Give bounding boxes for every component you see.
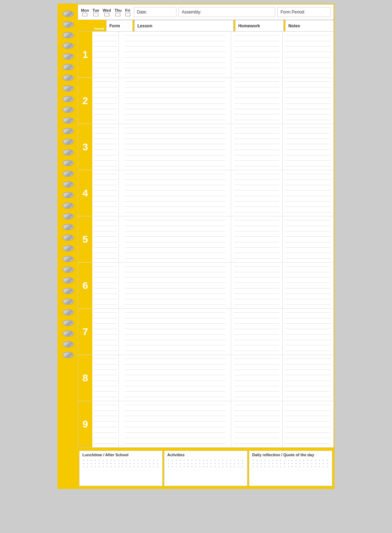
lesson-cell[interactable]: [119, 32, 231, 77]
notes-cell[interactable]: [283, 309, 333, 355]
spiral-coil: [62, 235, 74, 241]
day-tue[interactable]: Tue: [93, 8, 99, 16]
spiral-coil: [62, 213, 74, 220]
homework-cell[interactable]: [231, 170, 282, 216]
spiral-coil: [62, 192, 74, 198]
spiral-coil: [62, 330, 74, 337]
header-top: Mon Tue Wed Thu Fri Date: As: [78, 4, 334, 20]
form-cell[interactable]: [92, 78, 119, 124]
lesson-cell[interactable]: [119, 355, 231, 401]
notes-column-header: Notes: [285, 20, 334, 31]
spiral-coil: [62, 64, 74, 70]
period-content: [92, 170, 333, 216]
lesson-cell[interactable]: [119, 124, 231, 170]
period-number-col: 7: [78, 309, 92, 355]
lesson-cell[interactable]: [119, 401, 231, 447]
spiral-coil: [62, 181, 74, 188]
spiral-coil: [62, 288, 74, 294]
lesson-cell[interactable]: [119, 78, 231, 124]
period-content: [92, 263, 333, 308]
homework-cell[interactable]: [231, 124, 282, 170]
lesson-cell[interactable]: [119, 170, 231, 216]
period-number-col: 5: [78, 216, 92, 262]
homework-cell[interactable]: [231, 263, 282, 308]
period-number: 3: [82, 141, 88, 153]
form-cell[interactable]: [92, 32, 119, 77]
lesson-cell[interactable]: [119, 216, 231, 262]
period-number: 2: [82, 95, 88, 107]
spiral-coil: [62, 53, 74, 60]
period-content: [92, 78, 333, 124]
day-mon[interactable]: Mon: [81, 8, 89, 16]
spiral-coil: [62, 277, 74, 284]
spiral-binding: [58, 4, 78, 488]
notes-cell[interactable]: [283, 263, 333, 308]
form-period-field[interactable]: Form Period:: [277, 7, 331, 17]
reflection-box[interactable]: Daily reflection / Quote of the day: [249, 451, 332, 486]
notes-cell[interactable]: [283, 170, 333, 216]
planner-page: Mon Tue Wed Thu Fri Date: As: [58, 4, 334, 489]
spiral-coil: [62, 320, 74, 326]
day-thu[interactable]: Thu: [114, 8, 121, 16]
spiral-coil: [62, 96, 74, 102]
activities-dot-grid: [167, 458, 244, 469]
day-wed[interactable]: Wed: [103, 8, 111, 16]
notes-cell[interactable]: [283, 401, 333, 447]
lesson-cell[interactable]: [119, 263, 231, 308]
reflection-label: Daily reflection / Quote of the day: [252, 453, 329, 457]
lunchtime-dot-grid: [82, 458, 159, 469]
spiral-coil: [62, 21, 74, 28]
period-row-8: 8: [78, 355, 333, 401]
form-cell[interactable]: [92, 355, 119, 401]
lunchtime-box[interactable]: Lunchtime / After School: [79, 451, 163, 486]
homework-cell[interactable]: [231, 401, 282, 447]
homework-cell[interactable]: [231, 216, 282, 262]
notes-cell[interactable]: [283, 32, 333, 77]
column-headers: Period Form Lesson Homework Notes: [78, 20, 334, 31]
spiral-coil: [62, 171, 74, 177]
period-content: [92, 309, 333, 355]
day-fri[interactable]: Fri: [125, 8, 130, 16]
day-checkboxes: Mon Tue Wed Thu Fri: [81, 8, 130, 16]
spiral-coil: [62, 117, 74, 124]
lunchtime-label: Lunchtime / After School: [82, 453, 159, 457]
period-number: 4: [82, 188, 88, 199]
lesson-cell[interactable]: [119, 309, 231, 355]
form-cell[interactable]: [92, 124, 119, 170]
spiral-coil: [62, 139, 74, 145]
form-cell[interactable]: [92, 216, 119, 262]
date-field[interactable]: Date:: [134, 7, 176, 17]
activities-box[interactable]: Activities: [164, 451, 247, 486]
notes-cell[interactable]: [283, 78, 333, 124]
notes-cell[interactable]: [283, 355, 333, 401]
spiral-coil: [62, 256, 74, 262]
form-cell[interactable]: [92, 309, 119, 355]
period-number-col: 6: [78, 263, 92, 308]
homework-cell[interactable]: [231, 309, 282, 355]
notes-cell[interactable]: [283, 216, 333, 262]
form-cell[interactable]: [92, 170, 119, 216]
period-number: 1: [82, 49, 88, 60]
form-cell[interactable]: [92, 263, 119, 308]
spiral-coil: [62, 107, 74, 113]
period-row-1: 1: [78, 32, 333, 78]
period-number-col: 8: [78, 355, 92, 401]
form-column-header: Form: [106, 20, 133, 31]
period-row-9: 9: [78, 401, 333, 447]
notes-cell[interactable]: [283, 124, 333, 170]
homework-cell[interactable]: [231, 32, 282, 77]
homework-cell[interactable]: [231, 355, 282, 401]
spiral-coil: [62, 352, 74, 358]
period-row-6: 6: [78, 263, 333, 309]
period-content: [92, 401, 333, 447]
assembly-field[interactable]: Assembly:: [179, 7, 275, 17]
period-number-col: 1: [78, 32, 92, 77]
spiral-coil: [62, 75, 74, 81]
period-row-7: 7: [78, 309, 333, 355]
period-number: 5: [82, 234, 88, 245]
form-cell[interactable]: [92, 401, 119, 447]
spiral-coil: [62, 11, 74, 17]
period-content: [92, 32, 333, 77]
period-number-col: 9: [78, 401, 92, 447]
homework-cell[interactable]: [231, 78, 282, 124]
